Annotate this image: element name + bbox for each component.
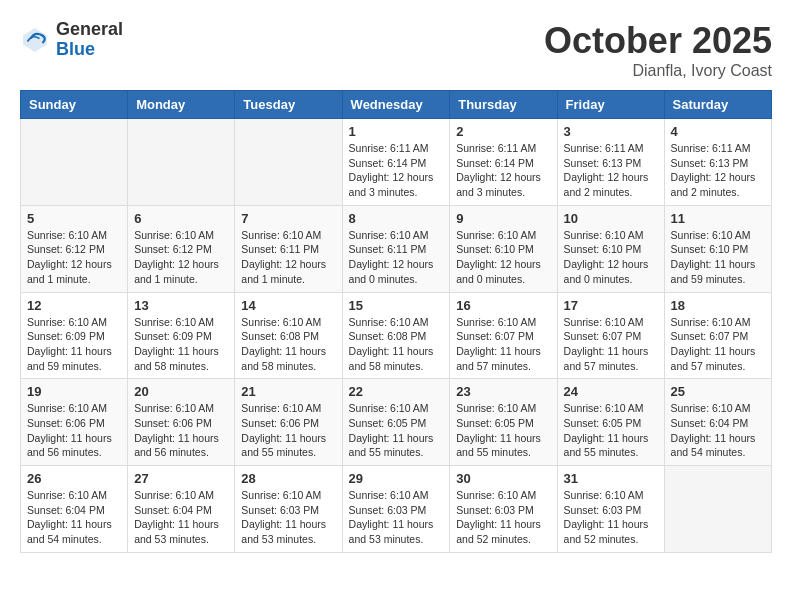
day-info: Sunrise: 6:10 AM Sunset: 6:04 PM Dayligh…	[671, 401, 765, 460]
calendar: SundayMondayTuesdayWednesdayThursdayFrid…	[20, 90, 772, 553]
calendar-cell: 18Sunrise: 6:10 AM Sunset: 6:07 PM Dayli…	[664, 292, 771, 379]
day-info: Sunrise: 6:10 AM Sunset: 6:03 PM Dayligh…	[456, 488, 550, 547]
day-info: Sunrise: 6:10 AM Sunset: 6:03 PM Dayligh…	[241, 488, 335, 547]
calendar-cell: 15Sunrise: 6:10 AM Sunset: 6:08 PM Dayli…	[342, 292, 450, 379]
day-info: Sunrise: 6:10 AM Sunset: 6:06 PM Dayligh…	[134, 401, 228, 460]
day-info: Sunrise: 6:10 AM Sunset: 6:07 PM Dayligh…	[456, 315, 550, 374]
day-number: 17	[564, 298, 658, 313]
day-number: 29	[349, 471, 444, 486]
day-info: Sunrise: 6:10 AM Sunset: 6:10 PM Dayligh…	[671, 228, 765, 287]
day-info: Sunrise: 6:10 AM Sunset: 6:11 PM Dayligh…	[349, 228, 444, 287]
weekday-header-monday: Monday	[128, 91, 235, 119]
calendar-cell: 22Sunrise: 6:10 AM Sunset: 6:05 PM Dayli…	[342, 379, 450, 466]
calendar-week-3: 12Sunrise: 6:10 AM Sunset: 6:09 PM Dayli…	[21, 292, 772, 379]
calendar-cell: 5Sunrise: 6:10 AM Sunset: 6:12 PM Daylig…	[21, 205, 128, 292]
day-number: 1	[349, 124, 444, 139]
calendar-cell: 19Sunrise: 6:10 AM Sunset: 6:06 PM Dayli…	[21, 379, 128, 466]
day-number: 5	[27, 211, 121, 226]
calendar-cell: 30Sunrise: 6:10 AM Sunset: 6:03 PM Dayli…	[450, 466, 557, 553]
day-number: 19	[27, 384, 121, 399]
day-info: Sunrise: 6:11 AM Sunset: 6:14 PM Dayligh…	[349, 141, 444, 200]
day-info: Sunrise: 6:10 AM Sunset: 6:12 PM Dayligh…	[134, 228, 228, 287]
day-info: Sunrise: 6:10 AM Sunset: 6:03 PM Dayligh…	[564, 488, 658, 547]
calendar-cell: 23Sunrise: 6:10 AM Sunset: 6:05 PM Dayli…	[450, 379, 557, 466]
weekday-header-tuesday: Tuesday	[235, 91, 342, 119]
weekday-header-friday: Friday	[557, 91, 664, 119]
calendar-week-5: 26Sunrise: 6:10 AM Sunset: 6:04 PM Dayli…	[21, 466, 772, 553]
day-info: Sunrise: 6:10 AM Sunset: 6:04 PM Dayligh…	[134, 488, 228, 547]
calendar-cell: 24Sunrise: 6:10 AM Sunset: 6:05 PM Dayli…	[557, 379, 664, 466]
calendar-cell: 31Sunrise: 6:10 AM Sunset: 6:03 PM Dayli…	[557, 466, 664, 553]
calendar-cell: 20Sunrise: 6:10 AM Sunset: 6:06 PM Dayli…	[128, 379, 235, 466]
day-info: Sunrise: 6:10 AM Sunset: 6:06 PM Dayligh…	[27, 401, 121, 460]
logo-icon	[20, 25, 50, 55]
day-number: 24	[564, 384, 658, 399]
calendar-cell: 10Sunrise: 6:10 AM Sunset: 6:10 PM Dayli…	[557, 205, 664, 292]
page-header: General Blue October 2025 Dianfla, Ivory…	[20, 20, 772, 80]
calendar-cell: 12Sunrise: 6:10 AM Sunset: 6:09 PM Dayli…	[21, 292, 128, 379]
calendar-cell: 17Sunrise: 6:10 AM Sunset: 6:07 PM Dayli…	[557, 292, 664, 379]
day-number: 7	[241, 211, 335, 226]
day-number: 3	[564, 124, 658, 139]
day-number: 6	[134, 211, 228, 226]
day-number: 30	[456, 471, 550, 486]
day-info: Sunrise: 6:10 AM Sunset: 6:10 PM Dayligh…	[564, 228, 658, 287]
logo: General Blue	[20, 20, 123, 60]
calendar-cell: 14Sunrise: 6:10 AM Sunset: 6:08 PM Dayli…	[235, 292, 342, 379]
calendar-cell: 13Sunrise: 6:10 AM Sunset: 6:09 PM Dayli…	[128, 292, 235, 379]
month-title: October 2025	[544, 20, 772, 62]
day-number: 28	[241, 471, 335, 486]
calendar-cell: 4Sunrise: 6:11 AM Sunset: 6:13 PM Daylig…	[664, 119, 771, 206]
day-info: Sunrise: 6:11 AM Sunset: 6:13 PM Dayligh…	[564, 141, 658, 200]
calendar-cell: 27Sunrise: 6:10 AM Sunset: 6:04 PM Dayli…	[128, 466, 235, 553]
day-info: Sunrise: 6:10 AM Sunset: 6:08 PM Dayligh…	[241, 315, 335, 374]
day-number: 22	[349, 384, 444, 399]
day-number: 10	[564, 211, 658, 226]
day-info: Sunrise: 6:10 AM Sunset: 6:09 PM Dayligh…	[134, 315, 228, 374]
calendar-cell: 25Sunrise: 6:10 AM Sunset: 6:04 PM Dayli…	[664, 379, 771, 466]
day-info: Sunrise: 6:11 AM Sunset: 6:14 PM Dayligh…	[456, 141, 550, 200]
calendar-cell: 21Sunrise: 6:10 AM Sunset: 6:06 PM Dayli…	[235, 379, 342, 466]
day-number: 18	[671, 298, 765, 313]
day-number: 21	[241, 384, 335, 399]
day-info: Sunrise: 6:10 AM Sunset: 6:05 PM Dayligh…	[349, 401, 444, 460]
day-info: Sunrise: 6:10 AM Sunset: 6:11 PM Dayligh…	[241, 228, 335, 287]
location: Dianfla, Ivory Coast	[544, 62, 772, 80]
day-info: Sunrise: 6:10 AM Sunset: 6:07 PM Dayligh…	[671, 315, 765, 374]
day-info: Sunrise: 6:10 AM Sunset: 6:08 PM Dayligh…	[349, 315, 444, 374]
day-info: Sunrise: 6:10 AM Sunset: 6:09 PM Dayligh…	[27, 315, 121, 374]
calendar-cell: 1Sunrise: 6:11 AM Sunset: 6:14 PM Daylig…	[342, 119, 450, 206]
day-number: 16	[456, 298, 550, 313]
calendar-cell: 11Sunrise: 6:10 AM Sunset: 6:10 PM Dayli…	[664, 205, 771, 292]
day-number: 20	[134, 384, 228, 399]
day-number: 12	[27, 298, 121, 313]
day-number: 23	[456, 384, 550, 399]
day-info: Sunrise: 6:10 AM Sunset: 6:06 PM Dayligh…	[241, 401, 335, 460]
weekday-header-thursday: Thursday	[450, 91, 557, 119]
day-number: 2	[456, 124, 550, 139]
logo-text: General Blue	[56, 20, 123, 60]
weekday-header-sunday: Sunday	[21, 91, 128, 119]
day-number: 9	[456, 211, 550, 226]
day-info: Sunrise: 6:10 AM Sunset: 6:10 PM Dayligh…	[456, 228, 550, 287]
day-number: 4	[671, 124, 765, 139]
day-info: Sunrise: 6:10 AM Sunset: 6:07 PM Dayligh…	[564, 315, 658, 374]
day-number: 8	[349, 211, 444, 226]
day-info: Sunrise: 6:10 AM Sunset: 6:05 PM Dayligh…	[456, 401, 550, 460]
calendar-cell: 9Sunrise: 6:10 AM Sunset: 6:10 PM Daylig…	[450, 205, 557, 292]
logo-blue: Blue	[56, 40, 123, 60]
calendar-cell: 28Sunrise: 6:10 AM Sunset: 6:03 PM Dayli…	[235, 466, 342, 553]
calendar-cell: 6Sunrise: 6:10 AM Sunset: 6:12 PM Daylig…	[128, 205, 235, 292]
calendar-cell: 2Sunrise: 6:11 AM Sunset: 6:14 PM Daylig…	[450, 119, 557, 206]
calendar-cell: 16Sunrise: 6:10 AM Sunset: 6:07 PM Dayli…	[450, 292, 557, 379]
title-block: October 2025 Dianfla, Ivory Coast	[544, 20, 772, 80]
day-info: Sunrise: 6:10 AM Sunset: 6:04 PM Dayligh…	[27, 488, 121, 547]
day-number: 31	[564, 471, 658, 486]
calendar-cell: 29Sunrise: 6:10 AM Sunset: 6:03 PM Dayli…	[342, 466, 450, 553]
day-number: 27	[134, 471, 228, 486]
day-info: Sunrise: 6:11 AM Sunset: 6:13 PM Dayligh…	[671, 141, 765, 200]
day-info: Sunrise: 6:10 AM Sunset: 6:03 PM Dayligh…	[349, 488, 444, 547]
calendar-cell: 7Sunrise: 6:10 AM Sunset: 6:11 PM Daylig…	[235, 205, 342, 292]
day-info: Sunrise: 6:10 AM Sunset: 6:12 PM Dayligh…	[27, 228, 121, 287]
day-number: 13	[134, 298, 228, 313]
